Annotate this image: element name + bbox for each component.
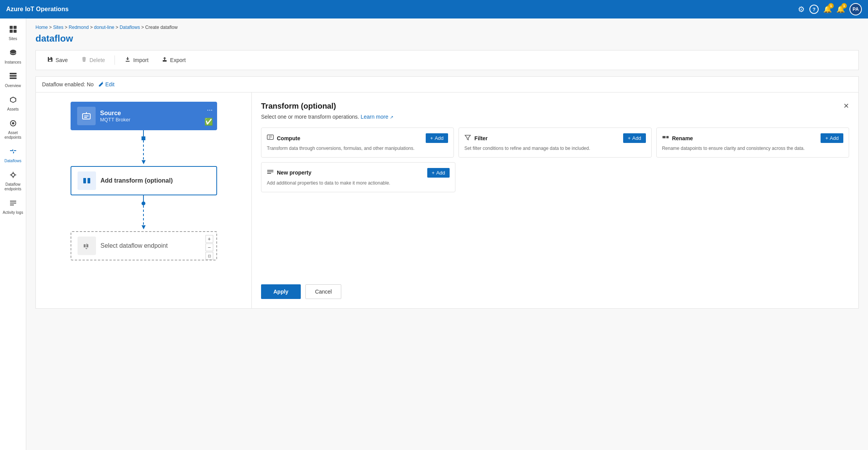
new-property-desc: Add additional properties to data to mak… [267, 180, 450, 186]
rename-add-label: Add [830, 135, 839, 141]
compute-card: Compute + Add Transform data through con… [261, 128, 454, 158]
breadcrumb-home[interactable]: Home [35, 25, 48, 30]
sidebar-item-assets[interactable]: Assets [0, 92, 26, 116]
rename-title: Rename [672, 135, 693, 141]
source-node-menu[interactable]: ··· [207, 106, 212, 114]
svg-rect-16 [10, 205, 14, 205]
import-button[interactable]: Import [120, 54, 153, 67]
breadcrumb-redmond[interactable]: Redmond [69, 25, 89, 30]
delete-button[interactable]: Delete [76, 54, 110, 67]
transform-node[interactable]: Add transform (optional) [71, 166, 217, 195]
svg-rect-2 [10, 30, 13, 33]
source-node[interactable]: Source MQTT Broker ··· ✅ [71, 102, 217, 130]
sidebar-item-asset-endpoints[interactable]: Asset endpoints [0, 116, 26, 144]
svg-rect-27 [267, 173, 271, 174]
connector-2-arrow: ▼ [140, 223, 147, 231]
compute-title: Compute [277, 135, 300, 141]
svg-rect-19 [88, 178, 90, 183]
svg-rect-14 [10, 201, 16, 201]
sidebar-label-assets: Assets [7, 107, 19, 112]
sidebar-label-sites: Sites [8, 37, 17, 41]
breadcrumb-donut-line[interactable]: donut-line [94, 25, 115, 30]
new-property-icon [267, 168, 274, 177]
source-node-icon [77, 107, 96, 125]
toolbar-divider [115, 55, 115, 65]
svg-rect-6 [10, 77, 17, 79]
compute-icon [267, 134, 274, 143]
notification-bell-2[interactable]: 🔔 1 [836, 5, 845, 13]
sidebar-label-instances: Instances [5, 60, 21, 65]
compute-add-label: Add [435, 135, 443, 141]
destination-node[interactable]: Select dataflow endpoint + − ⊡ [71, 231, 217, 260]
new-property-add-button[interactable]: + Add [427, 168, 450, 178]
settings-icon[interactable]: ⚙ [798, 5, 805, 14]
zoom-out-button[interactable]: − [206, 243, 213, 251]
sidebar: Sites Instances Overview Assets Asset en… [0, 18, 26, 450]
compute-add-button[interactable]: + Add [426, 133, 448, 143]
filter-card-header: Filter + Add [464, 133, 646, 143]
rename-add-plus: + [825, 135, 828, 141]
activity-logs-icon [9, 199, 17, 209]
user-avatar[interactable]: PA [849, 3, 862, 15]
transform-node-title: Add transform (optional) [101, 177, 210, 184]
dataflows-icon [9, 148, 17, 157]
sidebar-item-overview[interactable]: Overview [0, 69, 26, 92]
zoom-reset-button[interactable]: ⊡ [206, 252, 213, 260]
sidebar-item-dataflows[interactable]: Dataflows [0, 144, 26, 167]
filter-add-button[interactable]: + Add [623, 133, 646, 143]
rename-card-header: Rename + Add [662, 133, 843, 143]
new-property-title-row: New property [267, 168, 311, 177]
destination-node-info: Select dataflow endpoint [101, 242, 210, 249]
transform-panel-title: Transform (optional) [261, 102, 336, 111]
transform-cards-row2: New property + Add Add additional proper… [261, 162, 849, 192]
learn-more-link[interactable]: Learn more ↗ [361, 114, 393, 120]
filter-icon [464, 134, 471, 143]
transform-subtitle: Select one or more transform operations.… [261, 114, 849, 120]
export-button[interactable]: Export [157, 54, 190, 67]
sidebar-item-activity-logs[interactable]: Activity logs [0, 195, 26, 219]
dataflow-endpoints-icon [9, 171, 17, 181]
filter-add-plus: + [628, 135, 631, 141]
compute-desc: Transform data through conversions, form… [267, 145, 448, 152]
transform-node-info: Add transform (optional) [101, 177, 210, 184]
notification-bell-1[interactable]: 🔔 1 [823, 5, 832, 13]
topnav-icons: ⚙ ? 🔔 1 🔔 1 PA [798, 3, 862, 15]
help-icon[interactable]: ? [809, 5, 819, 14]
dataflow-panel: Dataflow enabled: No Edit [35, 76, 859, 309]
breadcrumb: Home > Sites > Redmond > donut-line > Da… [35, 25, 859, 30]
svg-point-9 [12, 173, 15, 176]
edit-link[interactable]: Edit [98, 81, 115, 87]
sidebar-item-sites[interactable]: Sites [0, 22, 26, 45]
new-property-card: New property + Add Add additional proper… [261, 162, 455, 192]
close-button[interactable]: ✕ [843, 102, 849, 110]
svg-point-8 [12, 122, 14, 124]
breadcrumb-dataflows[interactable]: Dataflows [120, 25, 140, 30]
save-icon [47, 56, 53, 64]
transform-panel-header: Transform (optional) ✕ [261, 102, 849, 111]
svg-rect-0 [10, 26, 13, 29]
apply-button[interactable]: Apply [261, 284, 301, 299]
svg-rect-4 [10, 73, 17, 74]
assets-icon [9, 96, 17, 106]
sidebar-item-instances[interactable]: Instances [0, 45, 26, 69]
zoom-controls: + − ⊡ [206, 235, 213, 260]
svg-rect-15 [10, 203, 16, 203]
breadcrumb-sites[interactable]: Sites [53, 25, 64, 30]
flow-canvas: Source MQTT Broker ··· ✅ ▼ [36, 92, 252, 308]
sidebar-item-dataflow-endpoints[interactable]: Dataflow endpoints [0, 167, 26, 195]
top-navigation: Azure IoT Operations ⚙ ? 🔔 1 🔔 1 PA [0, 0, 868, 18]
rename-add-button[interactable]: + Add [821, 133, 843, 143]
cancel-button[interactable]: Cancel [305, 284, 342, 299]
transform-panel: Transform (optional) ✕ Select one or mor… [252, 92, 858, 308]
connector-dot-2 [142, 201, 145, 205]
breadcrumb-current: Create dataflow [145, 25, 178, 30]
source-node-check: ✅ [204, 118, 213, 126]
source-node-info: Source MQTT Broker [100, 110, 211, 123]
save-button[interactable]: Save [42, 54, 73, 67]
instances-icon [9, 49, 17, 59]
svg-rect-3 [13, 30, 17, 33]
transform-node-icon [78, 171, 96, 190]
bell1-badge: 1 [828, 3, 834, 8]
zoom-in-button[interactable]: + [206, 235, 213, 243]
rename-title-row: Rename [662, 134, 693, 143]
